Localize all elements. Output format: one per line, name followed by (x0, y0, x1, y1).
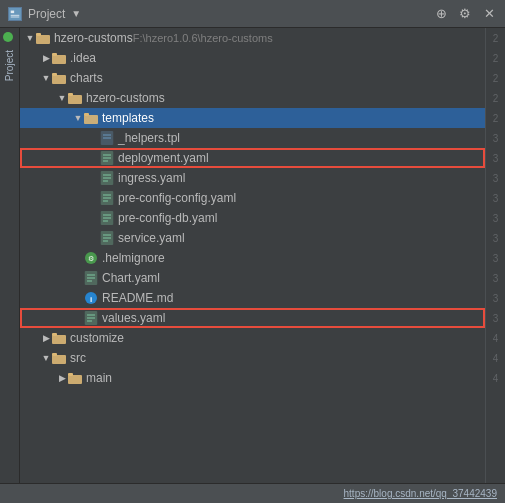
folder-icon (52, 331, 66, 345)
file-label: ingress.yaml (118, 171, 185, 185)
svg-rect-53 (68, 375, 82, 384)
line-number: 3 (486, 308, 505, 328)
svg-rect-13 (84, 113, 89, 116)
ide-window: Project ▼ ⊕ ⚙ ✕ Project ▼ hzero-customs … (0, 0, 505, 503)
svg-rect-9 (52, 73, 57, 76)
folder-chevron[interactable]: ▼ (72, 112, 84, 124)
tree-item[interactable]: values.yaml (20, 308, 485, 328)
line-number: 2 (486, 68, 505, 88)
tree-item[interactable]: ▶ main (20, 368, 485, 388)
svg-rect-5 (36, 33, 41, 36)
svg-rect-54 (68, 373, 73, 376)
tree-item[interactable]: ingress.yaml (20, 168, 485, 188)
svg-rect-12 (84, 115, 98, 124)
folder-label: main (86, 371, 112, 385)
folder-label: hzero-customs (54, 31, 133, 45)
title-bar: Project ▼ ⊕ ⚙ ✕ (0, 0, 505, 28)
title-chevron[interactable]: ▼ (71, 8, 81, 19)
folder-icon (52, 351, 66, 365)
tree-item[interactable]: _helpers.tpl (20, 128, 485, 148)
svg-rect-8 (52, 75, 66, 84)
line-number: 3 (486, 168, 505, 188)
folder-icon (68, 91, 82, 105)
tree-item[interactable]: ▼ templates (20, 108, 485, 128)
file-icon (100, 211, 114, 225)
status-bar: https://blog.csdn.net/qq_37442439 (0, 483, 505, 503)
svg-rect-49 (52, 335, 66, 344)
tree-item[interactable]: pre-config-db.yaml (20, 208, 485, 228)
line-number: 3 (486, 248, 505, 268)
add-action[interactable]: ⊕ (433, 6, 449, 22)
tree-item[interactable]: ▶ customize (20, 328, 485, 348)
svg-rect-6 (52, 55, 66, 64)
folder-chevron[interactable]: ▶ (40, 332, 52, 344)
svg-rect-7 (52, 53, 57, 56)
line-number: 3 (486, 188, 505, 208)
tree-item[interactable]: ▼ src (20, 348, 485, 368)
file-label: pre-config-db.yaml (118, 211, 217, 225)
project-icon (8, 7, 22, 21)
svg-rect-50 (52, 333, 57, 336)
svg-rect-11 (68, 93, 73, 96)
folder-label: hzero-customs (86, 91, 165, 105)
project-panel[interactable]: ▼ hzero-customs F:\hzero1.0.6\hzero-cust… (20, 28, 485, 483)
folder-chevron[interactable]: ▼ (56, 92, 68, 104)
tree-item[interactable]: ▶ .idea (20, 48, 485, 68)
svg-rect-0 (9, 8, 21, 20)
status-url[interactable]: https://blog.csdn.net/qq_37442439 (344, 488, 497, 499)
line-number: 3 (486, 268, 505, 288)
folder-label: .idea (70, 51, 96, 65)
tree-item[interactable]: service.yaml (20, 228, 485, 248)
tree-item[interactable]: pre-config-config.yaml (20, 188, 485, 208)
main-content: Project ▼ hzero-customs F:\hzero1.0.6\hz… (0, 28, 505, 483)
sidebar-strip: Project (0, 28, 20, 483)
tree-item[interactable]: ▼ hzero-customs F:\hzero1.0.6\hzero-cust… (20, 28, 485, 48)
tree-item[interactable]: i README.md (20, 288, 485, 308)
tree-item[interactable]: ⚙ .helmignore (20, 248, 485, 268)
tree-item[interactable]: Chart.yaml (20, 268, 485, 288)
line-number: 2 (486, 88, 505, 108)
file-label: deployment.yaml (118, 151, 209, 165)
file-icon: i (84, 291, 98, 305)
gear-action[interactable]: ✕ (481, 6, 497, 22)
svg-text:⚙: ⚙ (88, 255, 94, 262)
line-number: 3 (486, 148, 505, 168)
line-number: 4 (486, 368, 505, 388)
settings-action[interactable]: ⚙ (457, 6, 473, 22)
file-label: README.md (102, 291, 173, 305)
svg-rect-4 (36, 35, 50, 44)
line-numbers: 222223333333333444 (485, 28, 505, 483)
folder-chevron[interactable]: ▼ (40, 72, 52, 84)
line-number: 2 (486, 108, 505, 128)
svg-text:i: i (90, 295, 92, 304)
tree-item[interactable]: ▼ hzero-customs (20, 88, 485, 108)
svg-rect-3 (11, 16, 20, 17)
file-icon: ⚙ (84, 251, 98, 265)
line-number: 2 (486, 28, 505, 48)
folder-chevron[interactable]: ▶ (40, 52, 52, 64)
file-label: Chart.yaml (102, 271, 160, 285)
folder-chevron[interactable]: ▼ (24, 32, 36, 44)
sidebar-label: Project (4, 50, 15, 81)
tree-item[interactable]: deployment.yaml (20, 148, 485, 168)
file-icon (100, 151, 114, 165)
line-number: 3 (486, 228, 505, 248)
svg-rect-10 (68, 95, 82, 104)
file-label: _helpers.tpl (118, 131, 180, 145)
folder-label: customize (70, 331, 124, 345)
file-icon (84, 271, 98, 285)
folder-chevron[interactable]: ▶ (56, 372, 68, 384)
file-icon (100, 131, 114, 145)
file-label: service.yaml (118, 231, 185, 245)
line-number: 2 (486, 48, 505, 68)
tree-item[interactable]: ▼ charts (20, 68, 485, 88)
folder-chevron[interactable]: ▼ (40, 352, 52, 364)
line-number: 4 (486, 348, 505, 368)
title-bar-actions: ⊕ ⚙ ✕ (433, 6, 497, 22)
svg-rect-52 (52, 353, 57, 356)
svg-rect-2 (11, 14, 20, 15)
file-icon (100, 231, 114, 245)
folder-icon (68, 371, 82, 385)
line-number: 3 (486, 128, 505, 148)
line-number: 4 (486, 328, 505, 348)
